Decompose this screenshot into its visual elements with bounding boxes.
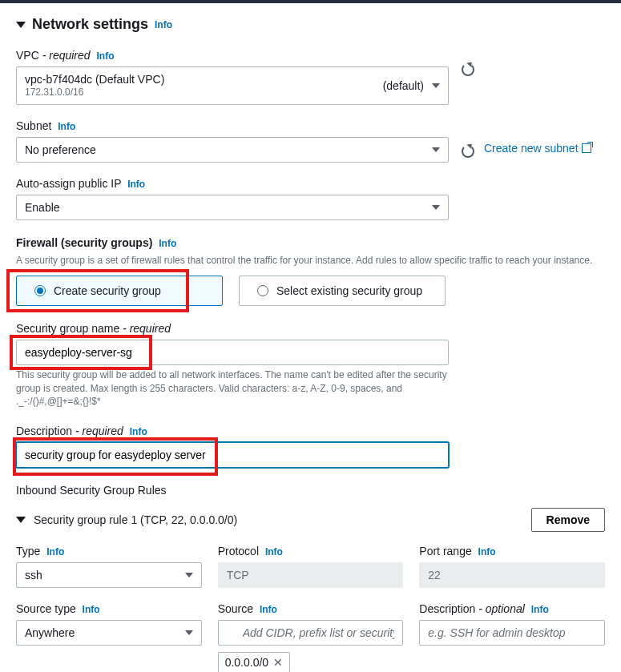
vpc-label: VPC - required Info bbox=[16, 49, 449, 62]
security-group-name-input[interactable] bbox=[16, 340, 449, 365]
rule-port-label: Port range Info bbox=[419, 545, 605, 557]
section-title: Network settings bbox=[32, 16, 148, 33]
vpc-select[interactable]: vpc-b7f404dc (Default VPC) 172.31.0.0/16… bbox=[16, 66, 449, 105]
rule-port-value: 22 bbox=[419, 562, 605, 588]
chevron-down-icon bbox=[432, 147, 440, 152]
chevron-down-icon bbox=[185, 630, 193, 635]
info-link[interactable]: Info bbox=[58, 121, 75, 132]
refresh-icon[interactable] bbox=[462, 63, 474, 76]
info-link[interactable]: Info bbox=[159, 238, 176, 249]
public-ip-label: Auto-assign public IP Info bbox=[16, 177, 449, 190]
rule-protocol-label: Protocol Info bbox=[218, 545, 404, 557]
create-new-subnet-link[interactable]: Create new subnet bbox=[484, 142, 591, 155]
subnet-value: No preference bbox=[25, 143, 96, 156]
inbound-rules-title: Inbound Security Group Rules bbox=[16, 484, 605, 497]
rule-source-label: Source Info bbox=[218, 602, 404, 615]
rule-collapse-caret[interactable] bbox=[16, 517, 26, 523]
vpc-default-badge: (default) bbox=[383, 79, 424, 92]
info-link[interactable]: Info bbox=[46, 546, 64, 557]
rule-source-type-select[interactable]: Anywhere bbox=[16, 620, 202, 646]
chevron-down-icon bbox=[432, 205, 440, 210]
source-cidr-chip: 0.0.0.0/0 ✕ bbox=[218, 652, 291, 672]
info-link[interactable]: Info bbox=[260, 604, 277, 615]
sg-name-helper: This security group will be added to all… bbox=[16, 368, 449, 408]
chevron-down-icon bbox=[432, 83, 440, 88]
vpc-value: vpc-b7f404dc (Default VPC) bbox=[25, 72, 164, 87]
chevron-down-icon bbox=[185, 573, 193, 577]
refresh-icon[interactable] bbox=[462, 145, 474, 158]
info-link[interactable]: Info bbox=[531, 604, 549, 615]
info-link[interactable]: Info bbox=[130, 426, 147, 437]
rule-type-label: Type Info bbox=[16, 545, 202, 557]
public-ip-value: Enable bbox=[25, 201, 60, 214]
info-link[interactable]: Info bbox=[155, 19, 172, 30]
radio-selected-icon bbox=[34, 285, 46, 296]
section-collapse-caret[interactable] bbox=[16, 22, 26, 28]
external-link-icon bbox=[582, 143, 591, 153]
rule-type-select[interactable]: ssh bbox=[16, 562, 202, 588]
info-link[interactable]: Info bbox=[478, 546, 496, 557]
radio-unselected-icon bbox=[257, 285, 268, 296]
rule-description-input[interactable] bbox=[419, 620, 605, 646]
subnet-select[interactable]: No preference bbox=[16, 137, 449, 163]
info-link[interactable]: Info bbox=[127, 179, 145, 190]
sg-desc-label: Description - required Info bbox=[16, 425, 449, 437]
select-existing-security-group-radio[interactable]: Select existing security group bbox=[239, 276, 446, 306]
remove-rule-button[interactable]: Remove bbox=[531, 508, 605, 532]
remove-chip-icon[interactable]: ✕ bbox=[273, 656, 283, 669]
info-link[interactable]: Info bbox=[97, 50, 115, 62]
info-link[interactable]: Info bbox=[83, 604, 100, 615]
sg-name-label: Security group name - required bbox=[16, 322, 449, 335]
rule-source-input[interactable] bbox=[218, 620, 404, 646]
info-link[interactable]: Info bbox=[265, 546, 283, 557]
create-security-group-radio[interactable]: Create security group bbox=[16, 276, 223, 306]
public-ip-select[interactable]: Enable bbox=[16, 195, 449, 220]
rule-source-type-label: Source type Info bbox=[16, 602, 202, 615]
firewall-label: Firewall (security groups) Info bbox=[16, 236, 605, 249]
firewall-helper: A security group is a set of firewall ru… bbox=[16, 254, 605, 268]
subnet-label: Subnet Info bbox=[16, 119, 449, 132]
rule-desc-label: Description - optional Info bbox=[419, 602, 605, 615]
rule-summary: Security group rule 1 (TCP, 22, 0.0.0.0/… bbox=[34, 513, 237, 526]
vpc-cidr: 172.31.0.0/16 bbox=[25, 87, 164, 99]
rule-protocol-value: TCP bbox=[218, 562, 404, 588]
security-group-description-input[interactable] bbox=[16, 442, 449, 468]
